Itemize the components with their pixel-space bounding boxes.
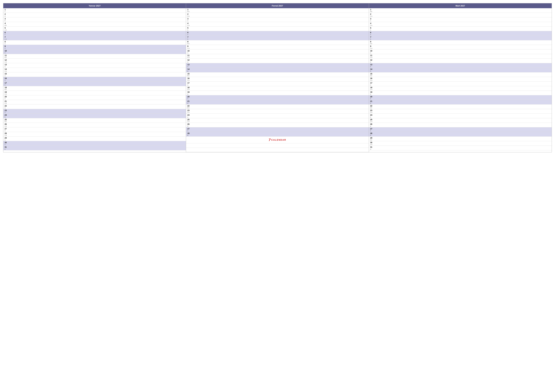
day-label: B.E xyxy=(370,11,550,12)
day-number: 22 xyxy=(5,105,185,107)
day-row: 4Ç.A xyxy=(369,22,552,27)
day-row: 28Ç.A xyxy=(3,132,186,136)
day-label: Ş. xyxy=(5,48,185,49)
day-number: 8 xyxy=(187,41,367,43)
day-row: 20Ç. xyxy=(3,95,186,100)
day-row: 12Ç. xyxy=(186,59,369,63)
month-column-0: 1Ç.2Ş.3B.4B.E5Ç.A6Ç.7Ç.A8Ç.9Ş.10B.11B.E1… xyxy=(3,8,186,152)
day-row: 17B. xyxy=(3,82,186,86)
day-number: 5 xyxy=(370,27,550,29)
day-label: Ç. xyxy=(5,34,185,35)
day-number: 21 xyxy=(5,100,185,102)
day-number: 10 xyxy=(5,50,185,52)
day-label: B.E xyxy=(187,107,367,109)
day-label: Ç. xyxy=(5,107,185,109)
day-number: 1 xyxy=(187,8,367,11)
day-row: 22B.E xyxy=(186,105,369,109)
day-number: 27 xyxy=(370,128,550,130)
day-row: 2Ş. xyxy=(3,13,186,17)
day-row: 9Ç.A xyxy=(186,45,369,50)
day-row: 8Ç. xyxy=(3,40,186,45)
day-label: B. xyxy=(370,38,550,40)
month-header-0: Yanvar 2027 xyxy=(3,3,186,8)
day-row: 28B. xyxy=(369,132,552,136)
day-row: 9Ç.A xyxy=(369,45,552,50)
day-number: 16 xyxy=(5,77,185,79)
day-number: 26 xyxy=(370,123,550,125)
day-row: 6Ş. xyxy=(369,31,552,36)
day-number: 22 xyxy=(370,105,550,107)
day-number: 31 xyxy=(370,146,550,148)
day-label: Ş. xyxy=(370,130,550,131)
day-row: 5Ç. xyxy=(369,27,552,31)
day-number: 25 xyxy=(370,119,550,121)
day-label: Ş. xyxy=(370,34,550,35)
day-row: 23Ç.A xyxy=(369,109,552,114)
day-number: 8 xyxy=(370,41,550,43)
day-row: 1B.E xyxy=(186,8,369,13)
day-row: 28B. xyxy=(186,132,369,136)
day-row: 8B.E xyxy=(186,40,369,45)
day-row: 5Ç.A xyxy=(3,27,186,31)
day-label: Ç. xyxy=(5,139,185,141)
day-label: Ç. xyxy=(370,61,550,63)
day-row: 23Ş. xyxy=(3,109,186,114)
day-label: Ç.A xyxy=(5,93,185,95)
day-number: 14 xyxy=(370,68,550,70)
day-row: 8B.E xyxy=(369,40,552,45)
day-row: 15Ç. xyxy=(3,72,186,77)
day-label: Ş. xyxy=(5,112,185,113)
day-label: Ç. xyxy=(187,126,367,127)
day-number: 20 xyxy=(370,96,550,98)
day-row: 23Ç.A xyxy=(186,109,369,114)
day-label: Ç.A xyxy=(187,121,367,122)
day-label: Ç.A xyxy=(187,15,367,17)
day-label: Ç.A xyxy=(187,48,367,49)
day-label: Ç.A xyxy=(187,25,367,26)
day-number: 31 xyxy=(5,146,185,148)
day-label: Ç. xyxy=(5,66,185,67)
day-number: 9 xyxy=(370,45,550,47)
day-label: B.E xyxy=(187,43,367,44)
day-label: Ç.A xyxy=(370,48,550,49)
day-number: 16 xyxy=(187,77,367,79)
day-row: 30Ç.A xyxy=(369,141,552,146)
day-row: 14B. xyxy=(369,68,552,72)
day-row: 26Ç. xyxy=(369,123,552,127)
day-label: Ç.A xyxy=(187,112,367,113)
day-number: 5 xyxy=(187,27,367,29)
day-number: 7 xyxy=(187,36,367,38)
day-row: 26Ç. xyxy=(186,123,369,127)
day-row: 3Ç. xyxy=(369,17,552,22)
day-row: 11Ç.A xyxy=(369,54,552,59)
day-label: Ş. xyxy=(5,144,185,145)
day-label: Ç.A xyxy=(5,61,185,63)
day-row: 12Ç.A xyxy=(3,59,186,63)
day-row: 6Ş. xyxy=(186,31,369,36)
day-number: 23 xyxy=(187,109,367,112)
day-number: 8 xyxy=(5,41,185,43)
day-row: 1Ç. xyxy=(3,8,186,13)
day-number: 6 xyxy=(370,31,550,34)
day-row: 2Ç.A xyxy=(186,13,369,17)
day-label: Ç.A xyxy=(370,25,550,26)
day-label: B.E xyxy=(370,107,550,109)
day-row: 18Ç.A xyxy=(369,86,552,91)
day-number: 11 xyxy=(187,54,367,57)
day-label: B.E xyxy=(370,75,550,77)
day-label: Ş. xyxy=(187,66,367,67)
day-label: B. xyxy=(187,135,367,136)
day-label: Ç.A xyxy=(370,112,550,113)
day-row: 17Ç. xyxy=(369,82,552,86)
day-label: Ç.A xyxy=(370,15,550,17)
calendar-header: Yanvar 2027Fevral 2027Mart 2027 xyxy=(3,3,552,8)
day-number: 12 xyxy=(187,59,367,61)
day-number: 21 xyxy=(187,100,367,102)
day-label: Ç. xyxy=(370,126,550,127)
day-row: 18Ç.A xyxy=(186,86,369,91)
day-number: 7 xyxy=(370,36,550,38)
day-row: 13Ç. xyxy=(3,63,186,68)
day-row: 18B.E xyxy=(3,86,186,91)
day-label: B. xyxy=(187,71,367,72)
day-row: 11Ç.A xyxy=(186,54,369,59)
